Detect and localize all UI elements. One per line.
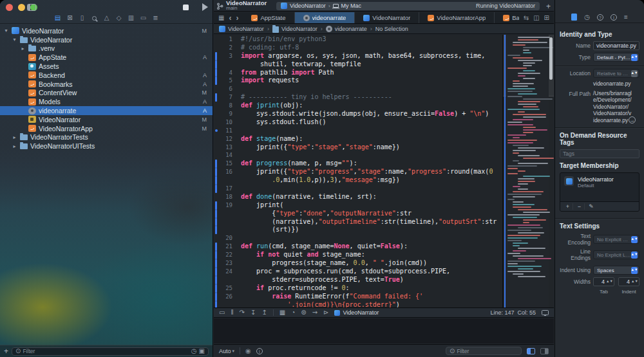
file-inspector-tab-icon[interactable] [571,14,577,22]
sidebar-item-videonarratoruitests[interactable]: ▸VideoNarratorUITests [0,142,213,151]
source-editor[interactable]: 1#!/usr/bin/env python32# coding: utf-83… [214,35,554,307]
indent-width-stepper[interactable]: 4▲▼ [618,277,639,286]
indent-using-dropdown[interactable]: Spaces▲▼ [593,266,639,275]
sidebar-item-videonarrator[interactable]: VideoNarratorM [0,115,213,124]
tab-backend[interactable]: Backend [495,12,519,23]
remove-target-button[interactable]: − [574,203,585,210]
source-control-navigator-icon[interactable]: ⊠ [66,14,74,21]
sidebar-item-videonarrator[interactable]: ▾VideoNarratorM [0,26,213,35]
minimap-line [513,191,544,192]
sidebar-item-videonarratorapp[interactable]: VideoNarratorAppM [0,124,213,133]
close-window-button[interactable] [6,4,13,11]
sidebar-item-videonarratortests[interactable]: ▸VideoNarratorTests [0,133,213,142]
toggle-sidebar-icon[interactable] [27,4,36,11]
attributes-inspector-tab-icon[interactable]: ≡ [624,14,628,21]
history-inspector-tab-icon[interactable]: ◷ [584,14,590,21]
step-over-icon[interactable]: ↷ [240,309,245,316]
run-button[interactable] [202,3,208,11]
sidebar-item-assets[interactable]: Assets [0,62,213,71]
environment-overrides-icon[interactable]: ⊜ [301,309,306,316]
show-only-variables-icon[interactable]: ◉ [245,347,251,354]
sidebar-item-models[interactable]: ModelsA [0,97,213,106]
location-dropdown[interactable]: Relative to Group▲▼ [593,69,639,78]
quick-help-inspector-tab-icon[interactable]: ? [597,14,603,21]
minimap-line [518,39,538,41]
debug-console[interactable] [214,318,554,343]
toggle-variables-view-icon[interactable] [527,348,535,354]
running-process[interactable]: VideoNarrator [334,309,379,316]
tab-videonarrator[interactable]: VideoNarrator [355,12,419,23]
minimap[interactable] [506,35,549,307]
resource-tags-input[interactable]: Tags [560,149,639,158]
disclosure-open-icon[interactable]: ▾ [12,37,17,42]
memory-graph-icon[interactable]: ◔ [291,309,295,316]
sidebar-item-appstate[interactable]: AppStateA [0,53,213,62]
project-navigator-icon[interactable]: ▤ [54,14,62,21]
run-destination[interactable]: My Mac [341,3,362,9]
editor-layout-icon[interactable]: ◫ [533,15,539,21]
report-navigator-icon[interactable]: ≣ [152,14,160,21]
breadcrumb-item-videonarrate[interactable]: videonarrate [326,26,367,32]
add-file-button[interactable]: + [4,348,8,354]
pause-icon[interactable]: ‖ [231,309,233,316]
console-filter-input[interactable]: ⊙ Filter [446,347,522,355]
variables-scope-selector[interactable]: Auto▾ [219,348,234,354]
info-inspector-tab-icon[interactable]: i [611,14,617,21]
code-review-icon[interactable]: ⇆ [524,15,529,21]
add-tab-button[interactable]: + [546,2,551,11]
scrollbar[interactable] [549,37,553,80]
find-navigator-icon[interactable] [91,14,99,21]
breakpoints-toggle-icon[interactable]: ▭ [219,309,225,316]
display-icon[interactable] [542,310,549,315]
step-into-icon[interactable]: ↧ [251,309,256,316]
tab-videonarratorapp[interactable]: VideoNarratorApp [419,12,495,23]
scheme-name[interactable]: VideoNarrator [290,3,326,9]
tab-appstate[interactable]: AppState [243,12,294,23]
name-field[interactable]: videonarrate.py [593,41,639,50]
location-icon[interactable]: ⊳ [323,309,328,316]
breadcrumb-item-videonarrator[interactable]: VideoNarrator [219,26,264,32]
disclosure-closed-icon[interactable]: ▸ [20,46,26,51]
tab-videonarrate[interactable]: videonarrate [295,12,355,23]
test-navigator-icon[interactable]: ◇ [115,14,123,21]
tab-width-stepper[interactable]: 4▲▼ [593,277,614,286]
stop-button[interactable] [183,5,189,10]
bookmark-navigator-icon[interactable]: ▯ [79,14,86,21]
step-out-icon[interactable]: ↥ [261,309,267,316]
add-target-button[interactable]: + [563,203,573,210]
text-encoding-dropdown[interactable]: No Explicit Encoding▲▼ [593,235,639,244]
scheme-selector[interactable]: VideoNarrator › My Mac Running VideoNarr… [276,2,540,10]
recent-files-icon[interactable]: ◷ [191,348,197,354]
related-items-icon[interactable]: ▦ [218,15,224,21]
debug-navigator-icon[interactable]: ▥ [128,14,135,21]
disclosure-closed-icon[interactable]: ▸ [12,134,17,140]
open-in-finder-arrow-icon[interactable]: → [629,116,636,124]
view-debugger-icon[interactable]: ▦ [279,309,285,316]
breakpoint-navigator-icon[interactable]: ▭ [140,14,147,21]
scm-status-icon[interactable]: ▣ [199,348,205,354]
issue-navigator-icon[interactable]: △ [103,14,111,21]
go-forward-icon[interactable]: › [236,15,238,21]
simulate-location-icon[interactable]: ⇝ [312,309,317,316]
sidebar-item-contentview[interactable]: ContentViewM [0,89,213,98]
disclosure-closed-icon[interactable]: ▸ [12,143,17,149]
sidebar-item-videonarrator[interactable]: ▾VideoNarrator [0,35,213,44]
sidebar-item--venv[interactable]: ▸.venv [0,44,213,53]
edit-target-button[interactable]: ✎ [586,203,596,210]
sidebar-item-backend[interactable]: BackendA [0,71,213,80]
line-endings-dropdown[interactable]: No Explicit Line Endings▲▼ [593,250,639,259]
sidebar-filter-input[interactable]: ⊙ Filter ◷ ▣ [12,347,209,356]
type-dropdown[interactable]: Default - Python Script▲▼ [593,53,639,62]
target-row[interactable]: VideoNarrator Default [560,173,639,201]
add-editor-icon[interactable]: ⊞ [544,15,549,21]
toggle-console-view-icon[interactable] [540,348,549,354]
info-icon[interactable]: i [256,348,263,354]
minimize-window-button[interactable] [18,4,25,11]
code-line: 22 if not quiet and stage_name: [214,251,502,259]
breadcrumb-item-no-selection[interactable]: No Selection [375,26,408,32]
go-back-icon[interactable]: ‹ [229,15,231,21]
sidebar-item-videonarrate[interactable]: videonarrateA [0,106,213,115]
disclosure-open-icon[interactable]: ▾ [3,28,9,33]
sidebar-item-bookmarks[interactable]: BookmarksA [0,80,213,89]
breadcrumb-item-videonarrator[interactable]: VideoNarrator [272,26,317,33]
